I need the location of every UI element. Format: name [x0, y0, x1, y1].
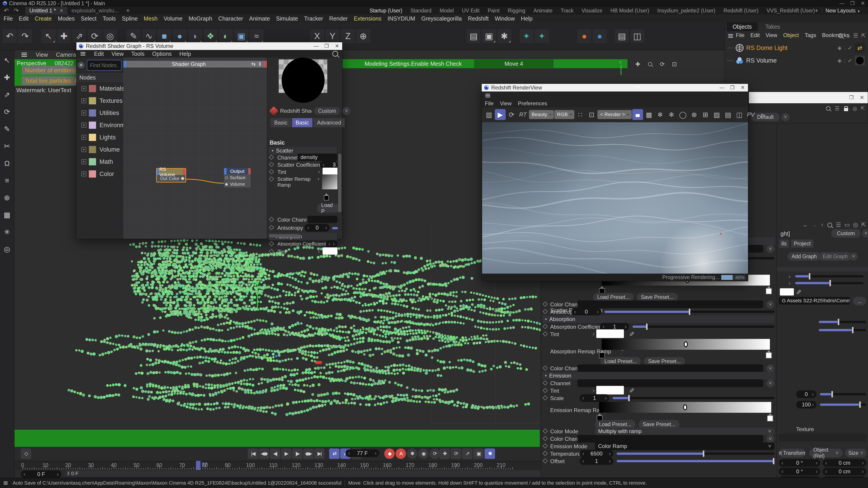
- om-menu-object[interactable]: Object: [783, 32, 799, 38]
- am-color-channel-field-2[interactable]: [577, 364, 763, 372]
- menu-mograph[interactable]: MoGraph: [188, 15, 212, 22]
- om-row-rs-volume[interactable]: RS Volume ◈ ⁚ ✓: [725, 54, 868, 67]
- am-temperature-slider[interactable]: [617, 453, 774, 455]
- right-slider-2[interactable]: [795, 282, 864, 284]
- axis-gizmo-y[interactable]: [257, 284, 258, 311]
- next-key-button[interactable]: ◆▶: [303, 449, 313, 459]
- rv-play-icon[interactable]: ▶: [495, 109, 506, 120]
- rv-restart-icon[interactable]: ⟳: [506, 109, 517, 120]
- undo-icon[interactable]: ↶: [1, 6, 11, 15]
- sg-node-rs-volume[interactable]: RS Volume Out Color: [156, 168, 186, 183]
- record-keyframe-button[interactable]: ◆: [384, 449, 395, 459]
- sg-channel-field[interactable]: density: [297, 154, 338, 161]
- cat-environment[interactable]: Environment: [76, 119, 123, 131]
- am-color-mode-dropdown[interactable]: Multiply with ramp ˅: [595, 427, 774, 435]
- am-absorption-ramp-handle-white[interactable]: [766, 352, 772, 358]
- cat-utilities[interactable]: Utilities: [76, 107, 123, 119]
- redshift-settings-button[interactable]: ●: [593, 29, 607, 43]
- sg-anisotropy-slider-stub[interactable]: [332, 227, 338, 229]
- rotation-field-1[interactable]: 0 °: [779, 459, 820, 467]
- live-selection-tool[interactable]: ↖: [41, 29, 56, 43]
- rv-titlebar[interactable]: Redshift RenderView: [482, 84, 748, 92]
- spline-primitive-tool[interactable]: ∿: [142, 29, 156, 43]
- fp-filter-icon[interactable]: ☰: [835, 105, 839, 111]
- sg-menu-options[interactable]: Options: [152, 51, 172, 57]
- render-settings-button[interactable]: ✱: [497, 29, 511, 43]
- cloner-tool[interactable]: ❖: [204, 29, 217, 43]
- sg-search-icon[interactable]: [332, 51, 338, 57]
- add-graph-button[interactable]: Add Graph: [787, 252, 821, 261]
- sg-group-scatter[interactable]: Scatter: [269, 147, 337, 155]
- new-layouts-button[interactable]: New Layouts: [826, 8, 856, 14]
- rotate-tool[interactable]: ⟳: [88, 29, 102, 43]
- sg-tint-swatch-2[interactable]: [322, 248, 338, 255]
- layout-tab-hbmodel[interactable]: HB Model (User): [611, 8, 649, 14]
- layout-tab-paint[interactable]: Paint: [488, 8, 499, 14]
- rv-close-button[interactable]: [738, 84, 748, 91]
- om-tab-takes[interactable]: Takes: [760, 22, 786, 31]
- layout-tab-uvedit[interactable]: UV Edit: [462, 8, 479, 14]
- am-absorption-tint-eyedropper[interactable]: [628, 331, 635, 337]
- sg-preset-dropdown[interactable]: Custom: [314, 107, 340, 115]
- rotation-field-2[interactable]: 0 °: [779, 468, 820, 475]
- nav-back-icon[interactable]: ←: [803, 221, 809, 228]
- menu-file[interactable]: File: [4, 15, 13, 22]
- om-layer-icon-1[interactable]: ◈: [837, 45, 842, 51]
- sg-tab-advanced[interactable]: Advanced: [313, 118, 345, 127]
- sg-out-color-socket[interactable]: [181, 177, 184, 180]
- viewport-rotate-icon[interactable]: ⟳: [657, 59, 667, 69]
- attr-tab-details-fragment[interactable]: ils: [779, 239, 789, 248]
- sg-find-nodes-input[interactable]: [87, 60, 122, 71]
- right-slider-1[interactable]: [795, 275, 864, 278]
- doc-tab-inactive[interactable]: explosiafx_windtu...: [67, 7, 123, 14]
- filter-icon[interactable]: ☰: [836, 221, 841, 228]
- vp-menu-view[interactable]: View: [36, 52, 48, 58]
- viewport-pan-icon[interactable]: ✚: [633, 59, 643, 69]
- graph-options-dropdown-icon[interactable]: [849, 252, 858, 260]
- sg-close-button[interactable]: [332, 43, 342, 50]
- sg-menu-tools[interactable]: Tools: [131, 51, 145, 57]
- vp-menu-cameras[interactable]: Cameras: [56, 52, 79, 58]
- sg-material-preview[interactable]: [279, 59, 327, 93]
- keyframe-settings-button[interactable]: ✱: [407, 449, 417, 459]
- rv-pv-label[interactable]: PV: [745, 109, 756, 120]
- rv-snapshot-g-icon[interactable]: ❄: [666, 109, 677, 120]
- am-anisotropy-spinner[interactable]: 0: [571, 308, 601, 316]
- menu-window[interactable]: Window: [495, 15, 515, 22]
- rv-start-render-icon[interactable]: ▥: [484, 109, 494, 120]
- redshift-ipr-button[interactable]: ●: [577, 29, 591, 43]
- sg-tab-basic-1[interactable]: Basic: [271, 118, 291, 127]
- hud-mesh-check[interactable]: Modeling Settings.Enable Mesh Check: [365, 61, 462, 67]
- om-tag-swap-icon[interactable]: ⇄: [855, 43, 865, 53]
- simulate-tool[interactable]: ≈: [250, 29, 264, 43]
- size-dropdown[interactable]: Size˅: [845, 449, 867, 457]
- right-value-hundred[interactable]: 100: [796, 401, 816, 409]
- tool-magnet[interactable]: Ω: [1, 157, 13, 169]
- menu-character[interactable]: Character: [218, 15, 243, 22]
- render-view-button[interactable]: ▤: [467, 29, 480, 43]
- rv-add-image-icon[interactable]: ◫: [734, 109, 745, 120]
- rotation-record-button[interactable]: ⟳: [430, 449, 440, 459]
- layout-tab-vvs-redshift[interactable]: VVS_Redshift (User): [767, 8, 815, 14]
- om-home-icon[interactable]: ⌂: [847, 33, 850, 39]
- size-field-1[interactable]: 0 cm: [823, 459, 866, 467]
- redo-button[interactable]: ↷: [18, 29, 32, 43]
- floating-panel-titlebar[interactable]: [749, 92, 868, 103]
- sg-menu-view[interactable]: View: [112, 51, 124, 57]
- am-color-channel-field-1[interactable]: [577, 300, 763, 308]
- om-menu-tags[interactable]: Tags: [805, 32, 816, 38]
- kf-position-button[interactable]: ✚: [439, 449, 450, 459]
- menu-modes[interactable]: Modes: [58, 15, 74, 22]
- am-emission-remap-ramp[interactable]: [599, 402, 771, 413]
- om-material-tag[interactable]: [855, 56, 865, 66]
- popout-icon[interactable]: ⇱: [861, 221, 866, 228]
- axis-x-lock[interactable]: X: [310, 29, 324, 43]
- om-enable-check-1[interactable]: ✓: [848, 45, 852, 51]
- menu-extensions[interactable]: Extensions: [354, 15, 381, 22]
- fp-default-dropdown-icon[interactable]: [781, 113, 789, 121]
- reset-transform-button[interactable]: et Transform: [779, 449, 805, 457]
- rv-menu-file[interactable]: File: [485, 100, 494, 107]
- rv-render-image[interactable]: [482, 122, 748, 274]
- am-emission-tint-swatch[interactable]: [596, 386, 624, 394]
- am-absorption-tint-swatch[interactable]: [596, 329, 624, 338]
